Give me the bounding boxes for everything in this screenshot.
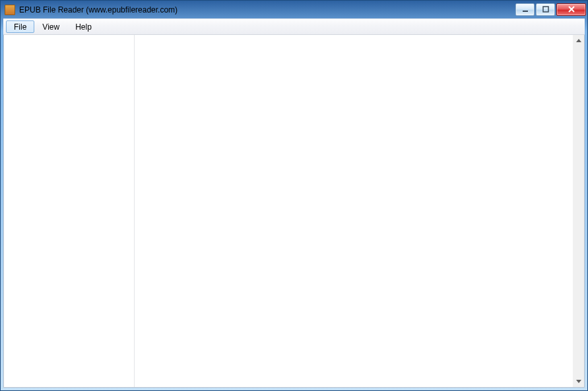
close-button[interactable] bbox=[556, 3, 586, 16]
scroll-up-button[interactable] bbox=[573, 35, 584, 46]
close-icon bbox=[567, 5, 576, 13]
menu-help[interactable]: Help bbox=[67, 19, 100, 34]
title-bar: EPUB File Reader (www.epubfilereader.com… bbox=[1, 1, 587, 18]
menu-bar: File View Help bbox=[3, 18, 585, 35]
window-title: EPUB File Reader (www.epubfilereader.com… bbox=[19, 5, 515, 15]
maximize-icon bbox=[542, 5, 550, 13]
content-wrap bbox=[135, 35, 584, 387]
scroll-down-button[interactable] bbox=[573, 376, 584, 387]
content-panel bbox=[135, 35, 573, 387]
svg-rect-0 bbox=[523, 11, 528, 12]
chevron-up-icon bbox=[576, 39, 581, 42]
sidebar-panel bbox=[4, 35, 135, 387]
chevron-down-icon bbox=[576, 380, 581, 383]
client-area bbox=[3, 35, 585, 388]
window-controls bbox=[515, 3, 586, 16]
scroll-track[interactable] bbox=[573, 46, 584, 376]
app-icon bbox=[5, 5, 15, 15]
svg-rect-1 bbox=[543, 7, 548, 12]
menu-view[interactable]: View bbox=[34, 19, 67, 34]
vertical-scrollbar[interactable] bbox=[573, 35, 584, 387]
minimize-button[interactable] bbox=[515, 3, 535, 16]
minimize-icon bbox=[521, 5, 529, 13]
maximize-button[interactable] bbox=[536, 3, 555, 16]
menu-file[interactable]: File bbox=[6, 20, 34, 33]
